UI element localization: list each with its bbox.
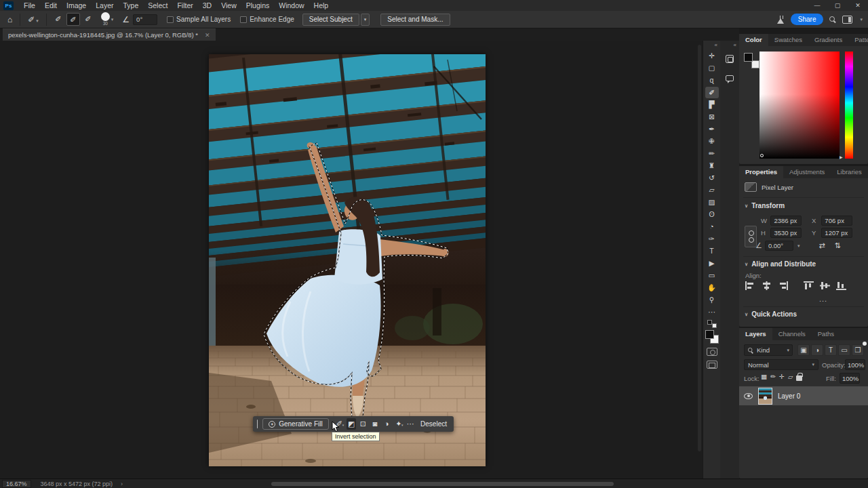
select-and-mask-button[interactable]: Select and Mask... [380,14,450,26]
layer-name[interactable]: Layer 0 [778,392,800,400]
canvas-image[interactable] [209,54,486,466]
path-selection-tool[interactable]: ▶ [705,258,719,269]
invert-selection-button[interactable]: ◩ [347,418,355,430]
quick-mask-button[interactable] [707,348,717,356]
sample-all-layers-checkbox[interactable]: Sample All Layers [167,16,231,23]
crop-tool[interactable]: ▛ [705,99,719,110]
vertical-scrollbar[interactable] [698,45,701,451]
align-center-horizontal-button[interactable] [762,281,772,290]
tab-gradients[interactable]: Gradients [808,34,848,46]
layer-row[interactable]: Layer 0 [739,386,868,405]
add-to-selection-mode-button[interactable]: ✐ [66,13,80,26]
filter-toggle[interactable] [863,342,867,346]
y-field[interactable]: 1207 px [821,228,852,238]
brush-tool[interactable]: ✏ [705,148,719,159]
height-field[interactable]: 3530 px [770,228,802,238]
filter-adjustment-layers-icon[interactable]: ◑ [811,344,823,356]
rectangular-marquee-tool[interactable]: ▢ [705,62,719,74]
filter-shape-layers-icon[interactable]: ▭ [838,344,850,356]
zoom-tool[interactable]: ⚲ [705,294,719,306]
tab-libraries[interactable]: Libraries [831,166,867,178]
chevron-down-icon[interactable]: ▾ [797,243,800,249]
filter-smart-objects-icon[interactable]: ❐ [852,344,864,356]
fill-selection-button[interactable]: ✦▾ [394,418,403,430]
subtract-from-selection-mode-button[interactable]: ✐ [81,13,95,26]
dodge-tool[interactable]: ◔ [705,221,719,232]
generative-fill-button[interactable]: ✦ Generative Fill [262,418,328,430]
fill-dropdown[interactable]: 100% [840,373,860,384]
share-button[interactable]: Share [791,14,824,25]
zoom-level-field[interactable]: 16.67% [2,480,31,488]
status-chevron-icon[interactable]: › [121,481,123,487]
chevron-down-icon[interactable]: ▾ [860,17,863,22]
move-tool[interactable]: ✛ [705,50,719,62]
menu-type[interactable]: Type [118,0,143,11]
gradient-tool[interactable]: ▨ [705,197,719,208]
layer-thumbnail[interactable] [758,388,772,405]
menu-select[interactable]: Select [143,0,172,11]
transform-section-header[interactable]: ∨ Transform [739,202,785,209]
menu-edit[interactable]: Edit [40,0,62,11]
tab-patterns[interactable]: Patterns [848,34,868,46]
rotate-angle-field[interactable]: 0.00° [765,241,793,251]
horizontal-scrollbar[interactable] [271,482,614,486]
menu-image[interactable]: Image [62,0,91,11]
eraser-tool[interactable]: ▱ [705,184,719,196]
create-adjustment-button[interactable]: ◑ [382,418,391,430]
tab-layers[interactable]: Layers [739,328,772,340]
new-selection-mode-button[interactable]: ✐ [52,13,65,26]
chevron-down-icon[interactable]: ▾ [111,17,114,22]
pen-tool[interactable]: ✑ [705,233,719,245]
menu-view[interactable]: View [216,0,241,11]
tab-color[interactable]: Color [739,34,768,46]
filter-kind-dropdown[interactable]: Kind ▾ [744,344,793,356]
clone-stamp-tool[interactable]: ♜ [705,160,719,171]
history-panel-icon[interactable] [722,52,737,66]
foreground-background-swatches[interactable] [705,330,719,344]
flip-horizontal-icon[interactable]: ⇄ [818,241,825,250]
align-right-button[interactable] [778,281,788,290]
maximize-button[interactable]: ▢ [827,0,848,11]
enhance-edge-checkbox[interactable]: Enhance Edge [240,16,294,23]
collapse-chevron-icon[interactable]: « [715,42,720,49]
rectangle-tool[interactable]: ▭ [705,270,719,281]
more-options-button[interactable]: ⋯ [406,418,415,430]
menu-layer[interactable]: Layer [91,0,118,11]
hue-slider[interactable] [845,52,853,159]
layer-visibility-eye-icon[interactable] [744,393,753,399]
edit-toolbar-button[interactable]: ⋯ [705,306,719,318]
collapse-chevron-icon[interactable]: « [734,42,739,49]
foreground-background-swatches[interactable] [744,53,756,65]
select-subject-dropdown[interactable]: ▾ [361,14,370,26]
lock-artboard-icon[interactable]: ▱ [788,373,793,380]
default-colors-icon[interactable] [707,320,717,328]
lasso-tool[interactable]: ɋ [705,75,719,86]
eyedropper-tool[interactable]: ✒ [705,123,719,135]
selection-brush-tool[interactable]: ✐ [705,87,719,98]
tab-paths[interactable]: Paths [812,328,840,340]
tab-adjustments[interactable]: Adjustments [783,166,831,178]
workspace-switcher-icon[interactable] [842,16,852,24]
tab-swatches[interactable]: Swatches [768,34,808,46]
flip-vertical-icon[interactable]: ⇅ [835,241,841,250]
quick-actions-section-header[interactable]: ∨ Quick Actions [739,310,797,318]
screen-mode-button[interactable] [707,361,717,369]
comments-panel-icon[interactable] [722,70,737,85]
x-field[interactable]: 706 px [821,216,852,226]
align-more-button[interactable]: ... [819,295,827,303]
menu-help[interactable]: Help [309,0,334,11]
menu-plugins[interactable]: Plugins [241,0,274,11]
menu-file[interactable]: File [19,0,40,11]
tool-preset-icon[interactable]: ✐▾ [24,15,42,24]
opacity-dropdown[interactable]: 100% [845,359,865,370]
document-tab[interactable]: pexels-wellington-cunha-1918445.jpg @ 16… [3,28,216,41]
frame-tool[interactable]: ⊠ [705,111,719,123]
drag-handle[interactable] [257,420,258,428]
close-button[interactable]: ✕ [848,0,868,11]
brush-angle-field[interactable]: 0° [133,14,157,25]
transform-selection-button[interactable]: ⊡ [359,418,368,430]
home-icon[interactable]: ⌂ [4,15,16,24]
lock-all-icon[interactable] [796,375,802,381]
blur-tool[interactable]: ʘ [705,209,719,220]
color-gradient-field[interactable] [760,52,840,159]
